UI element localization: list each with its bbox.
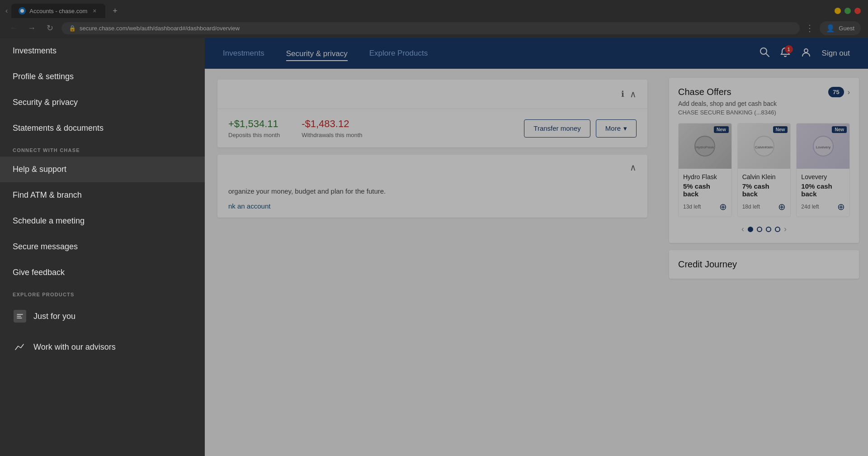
- sidebar-item-label: Find ATM & branch: [13, 190, 82, 200]
- sidebar: Investments Profile & settings Security …: [0, 38, 205, 456]
- just-for-you-icon: [13, 309, 27, 323]
- sidebar-item-atm[interactable]: Find ATM & branch: [0, 182, 205, 208]
- sidebar-item-statements[interactable]: Statements & documents: [0, 115, 205, 141]
- sidebar-item-label: Give feedback: [13, 268, 65, 277]
- sidebar-item-label: Help & support: [13, 165, 66, 174]
- sidebar-item-label: Secure messages: [13, 242, 78, 252]
- sidebar-item-label: Investments: [13, 46, 57, 56]
- sidebar-item-advisors[interactable]: Work with our advisors: [0, 332, 205, 362]
- sidebar-item-feedback[interactable]: Give feedback: [0, 260, 205, 285]
- sidebar-item-help[interactable]: Help & support: [0, 157, 205, 182]
- page-layout: Investments Profile & settings Security …: [0, 38, 868, 456]
- sidebar-item-profile[interactable]: Profile & settings: [0, 64, 205, 90]
- sidebar-item-label: Security & privacy: [13, 98, 78, 107]
- sidebar-item-label: Statements & documents: [13, 124, 104, 133]
- sidebar-item-investments[interactable]: Investments: [0, 38, 205, 64]
- sidebar-section-connect: CONNECT WITH CHASE: [0, 141, 205, 157]
- sidebar-item-label: Profile & settings: [13, 72, 74, 81]
- sidebar-item-meeting[interactable]: Schedule a meeting: [0, 208, 205, 234]
- sidebar-item-security[interactable]: Security & privacy: [0, 90, 205, 115]
- sidebar-item-label: Just for you: [33, 312, 75, 321]
- sidebar-item-just-for-you[interactable]: Just for you: [0, 301, 205, 332]
- sidebar-item-messages[interactable]: Secure messages: [0, 234, 205, 260]
- sidebar-item-label: Schedule a meeting: [13, 216, 85, 226]
- sidebar-section-explore: EXPLORE PRODUCTS: [0, 285, 205, 301]
- advisors-icon: [13, 340, 27, 354]
- sidebar-item-label: Work with our advisors: [33, 342, 116, 352]
